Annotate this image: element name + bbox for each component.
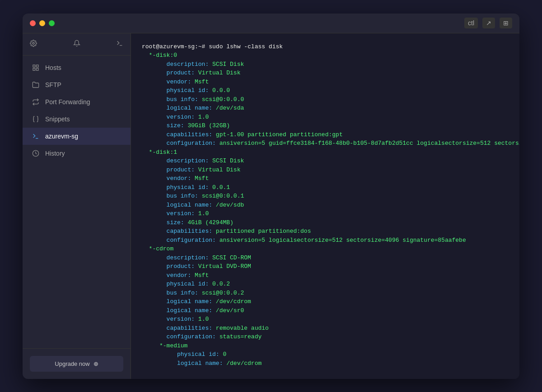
svg-rect-4 bbox=[36, 68, 38, 70]
close-button[interactable] bbox=[30, 20, 36, 26]
terminal-output-line: bus info: scsi@0:0.0.2 bbox=[142, 289, 509, 298]
terminal-output: *-disk:0 description: SCSI Disk product:… bbox=[142, 51, 509, 368]
app-window: ctl ↗ ⊞ bbox=[23, 14, 519, 379]
svg-rect-2 bbox=[33, 65, 35, 67]
sidebar-item-snippets[interactable]: Snippets bbox=[23, 111, 131, 128]
arrows-icon bbox=[32, 98, 40, 106]
sidebar-item-port-forwarding[interactable]: Port Forwarding bbox=[23, 93, 131, 111]
titlebar-share-button[interactable]: ↗ bbox=[482, 18, 495, 28]
terminal-output-line: logical name: /dev/sr0 bbox=[142, 306, 509, 315]
terminal-output-line: product: Virtual DVD-ROM bbox=[142, 262, 509, 271]
azurevm-sg-label: azurevm-sg bbox=[45, 133, 78, 140]
terminal-output-line: *-disk:0 bbox=[142, 51, 509, 60]
history-label: History bbox=[45, 150, 65, 157]
sidebar-item-hosts[interactable]: Hosts bbox=[23, 59, 131, 76]
titlebar-ctl-button[interactable]: ctl bbox=[464, 18, 478, 28]
sidebar: Hosts SFTP bbox=[23, 33, 131, 379]
upgrade-label: Upgrade now bbox=[55, 360, 89, 367]
upgrade-icon: ⊕ bbox=[93, 360, 98, 367]
traffic-lights bbox=[30, 20, 55, 26]
titlebar: ctl ↗ ⊞ bbox=[23, 14, 519, 33]
terminal-output-line: configuration: ansiversion=5 guid=ffce31… bbox=[142, 139, 509, 148]
terminal-icon-button[interactable] bbox=[116, 40, 123, 49]
upgrade-button[interactable]: Upgrade now ⊕ bbox=[30, 356, 123, 372]
terminal-output-line: physical id: 0.0.2 bbox=[142, 280, 509, 289]
terminal-output-line: version: 1.0 bbox=[142, 209, 509, 218]
terminal-output-line: bus info: scsi@0:0.0.0 bbox=[142, 95, 509, 104]
sidebar-nav: Hosts SFTP bbox=[23, 55, 131, 348]
sftp-label: SFTP bbox=[45, 81, 61, 88]
terminal-output-line: description: SCSI CD-ROM bbox=[142, 254, 509, 263]
terminal-output-line: configuration: status=ready bbox=[142, 332, 509, 341]
bell-icon-button[interactable] bbox=[73, 40, 80, 49]
terminal-output-line: physical id: 0.0.1 bbox=[142, 183, 509, 192]
terminal-output-line: bus info: scsi@0:0.0.1 bbox=[142, 192, 509, 201]
port-forwarding-label: Port Forwarding bbox=[45, 98, 90, 106]
svg-point-0 bbox=[33, 42, 34, 44]
terminal-output-line: *-disk:1 bbox=[142, 148, 509, 157]
sidebar-item-history[interactable]: History bbox=[23, 145, 131, 162]
terminal-output-line: vendor: Msft bbox=[142, 174, 509, 183]
folder-icon bbox=[32, 81, 40, 89]
terminal-active-icon bbox=[32, 132, 40, 140]
terminal-output-line: capabilities: partitioned partitioned:do… bbox=[142, 227, 509, 236]
terminal-output-line: vendor: Msft bbox=[142, 271, 509, 280]
hosts-label: Hosts bbox=[45, 64, 61, 71]
clock-icon bbox=[32, 149, 40, 157]
titlebar-actions: ctl ↗ ⊞ bbox=[464, 18, 512, 28]
sidebar-item-azurevm-sg[interactable]: azurevm-sg bbox=[23, 128, 131, 145]
terminal-output-line: logical name: /dev/cdrom bbox=[142, 359, 509, 368]
terminal-output-line: version: 1.0 bbox=[142, 113, 509, 122]
terminal-output-line: *-cdrom bbox=[142, 244, 509, 254]
terminal-output-line: logical name: /dev/sdb bbox=[142, 201, 509, 210]
terminal-output-line: *-medium bbox=[142, 341, 509, 350]
terminal-output-line: physical id: 0.0.0 bbox=[142, 86, 509, 95]
titlebar-layout-button[interactable]: ⊞ bbox=[500, 18, 512, 28]
settings-icon-button[interactable] bbox=[30, 40, 37, 49]
terminal-panel[interactable]: root@azurevm-sg:~# sudo lshw -class disk… bbox=[131, 33, 519, 379]
terminal-output-line: capabilities: gpt-1.00 partitioned parti… bbox=[142, 130, 509, 139]
svg-rect-5 bbox=[33, 68, 35, 70]
snippets-label: Snippets bbox=[45, 115, 70, 123]
braces-icon bbox=[32, 115, 40, 123]
terminal-output-line: version: 1.0 bbox=[142, 315, 509, 324]
maximize-button[interactable] bbox=[49, 20, 55, 26]
terminal-output-line: vendor: Msft bbox=[142, 78, 509, 87]
svg-rect-3 bbox=[36, 65, 38, 67]
terminal-output-line: size: 30GiB (32GB) bbox=[142, 121, 509, 130]
terminal-output-line: capabilities: removable audio bbox=[142, 324, 509, 333]
grid-icon bbox=[32, 64, 40, 72]
terminal-output-line: product: Virtual Disk bbox=[142, 69, 509, 78]
terminal-output-line: description: SCSI Disk bbox=[142, 157, 509, 166]
sidebar-top bbox=[23, 33, 131, 55]
main-content: Hosts SFTP bbox=[23, 33, 519, 379]
terminal-output-line: configuration: ansiversion=5 logicalsect… bbox=[142, 236, 509, 245]
terminal-output-line: logical name: /dev/sda bbox=[142, 104, 509, 113]
sidebar-item-sftp[interactable]: SFTP bbox=[23, 76, 131, 93]
sidebar-footer: Upgrade now ⊕ bbox=[23, 348, 131, 379]
terminal-output-line: product: Virtual Disk bbox=[142, 166, 509, 175]
terminal-output-line: size: 4GiB (4294MB) bbox=[142, 218, 509, 227]
terminal-output-line: physical id: 0 bbox=[142, 350, 509, 359]
terminal-command: root@azurevm-sg:~# sudo lshw -class disk bbox=[142, 42, 509, 51]
terminal-output-line: logical name: /dev/cdrom bbox=[142, 297, 509, 306]
minimize-button[interactable] bbox=[39, 20, 45, 26]
terminal-output-line: description: SCSI Disk bbox=[142, 60, 509, 69]
